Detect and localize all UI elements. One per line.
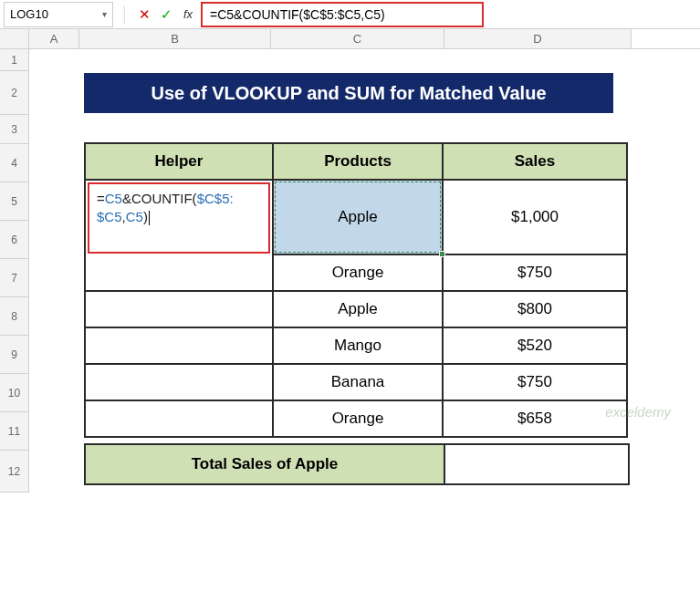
row-header-11[interactable]: 11 (0, 412, 29, 451)
chevron-down-icon[interactable]: ▾ (102, 9, 107, 19)
tok-close: ) (143, 209, 148, 224)
col-header-C[interactable]: C (271, 29, 444, 48)
row-header-8[interactable]: 8 (0, 297, 29, 336)
cell-c5-value: Apple (338, 208, 377, 226)
col-header-B[interactable]: B (79, 29, 271, 48)
text-caret (149, 211, 150, 225)
watermark: exceldemy (605, 404, 671, 420)
cell-c9[interactable]: Banana (273, 364, 443, 400)
name-box-value: LOG10 (10, 7, 48, 21)
cell-d10[interactable]: $658 (443, 400, 627, 437)
title-text: Use of VLOOKUP and SUM for Matched Value (151, 83, 546, 104)
row-headers: 123456789101112 (0, 49, 29, 493)
cell-d5[interactable]: $1,000 (443, 180, 627, 254)
cell-d6[interactable]: $750 (443, 254, 627, 291)
tok-ref-mix: $C5 (97, 209, 122, 224)
row-header-7[interactable]: 7 (0, 259, 29, 297)
fx-icon[interactable]: fx (177, 4, 199, 26)
formula-text: =C5&COUNTIF($C$5:$C5,C5) (210, 7, 385, 22)
formula-input[interactable]: =C5&COUNTIF($C$5:$C5,C5) (201, 2, 484, 27)
header-products: Products (273, 143, 443, 180)
tok-eq: = (97, 191, 105, 206)
separator: │ (120, 6, 130, 23)
total-value[interactable] (444, 444, 629, 484)
row-header-5[interactable]: 5 (0, 182, 29, 221)
cell-c5[interactable]: Apple (273, 180, 443, 254)
row-header-10[interactable]: 10 (0, 374, 29, 412)
select-all-corner[interactable] (0, 29, 29, 48)
header-sales: Sales (443, 143, 627, 180)
row-header-1[interactable]: 1 (0, 49, 29, 71)
cell-b10[interactable] (85, 400, 273, 437)
col-header-A[interactable]: A (29, 29, 79, 48)
tok-ref-c5a: C5 (105, 191, 122, 206)
tok-ref-abs: $C$5: (197, 191, 234, 206)
cell-c10[interactable]: Orange (273, 400, 443, 437)
row-header-6[interactable]: 6 (0, 221, 29, 259)
name-box[interactable]: LOG10 ▾ (4, 2, 113, 27)
cell-c6[interactable]: Orange (273, 254, 443, 291)
row-header-4[interactable]: 4 (0, 144, 29, 182)
enter-icon[interactable]: ✓ (155, 4, 177, 26)
formula-bar: LOG10 ▾ │ ✕ ✓ fx =C5&COUNTIF($C$5:$C5,C5… (0, 0, 700, 29)
cell-b8[interactable] (85, 327, 273, 364)
fill-handle[interactable] (439, 251, 445, 257)
total-label: Total Sales of Apple (85, 444, 444, 484)
cell-b5-formula-box: =C5&COUNTIF($C$5:$C5,C5) (88, 182, 270, 254)
cancel-icon[interactable]: ✕ (133, 4, 155, 26)
header-helper: Helper (85, 143, 273, 180)
tok-ref-c5b: C5 (126, 209, 143, 224)
cell-b5-editing[interactable]: =C5&COUNTIF($C$5:$C5,C5) (85, 180, 273, 291)
page-title: Use of VLOOKUP and SUM for Matched Value (84, 73, 613, 113)
cell-b9[interactable] (85, 364, 273, 400)
cell-d9[interactable]: $750 (443, 364, 627, 400)
col-header-D[interactable]: D (444, 29, 632, 48)
row-header-3[interactable]: 3 (0, 115, 29, 144)
cell-d7[interactable]: $800 (443, 291, 627, 327)
cell-b7[interactable] (85, 291, 273, 327)
total-row: Total Sales of Apple (84, 443, 630, 485)
grid-area[interactable]: Use of VLOOKUP and SUM for Matched Value… (29, 49, 700, 493)
tok-fn: &COUNTIF( (122, 191, 197, 206)
cell-c7[interactable]: Apple (273, 291, 443, 327)
column-headers: A B C D (0, 29, 700, 49)
row-header-2[interactable]: 2 (0, 71, 29, 115)
row-header-12[interactable]: 12 (0, 451, 29, 493)
data-table: Helper Products Sales =C5&COUNTIF($C$5:$… (84, 142, 628, 438)
row-header-9[interactable]: 9 (0, 336, 29, 374)
cell-c8[interactable]: Mango (273, 327, 443, 364)
cell-d8[interactable]: $520 (443, 327, 627, 364)
